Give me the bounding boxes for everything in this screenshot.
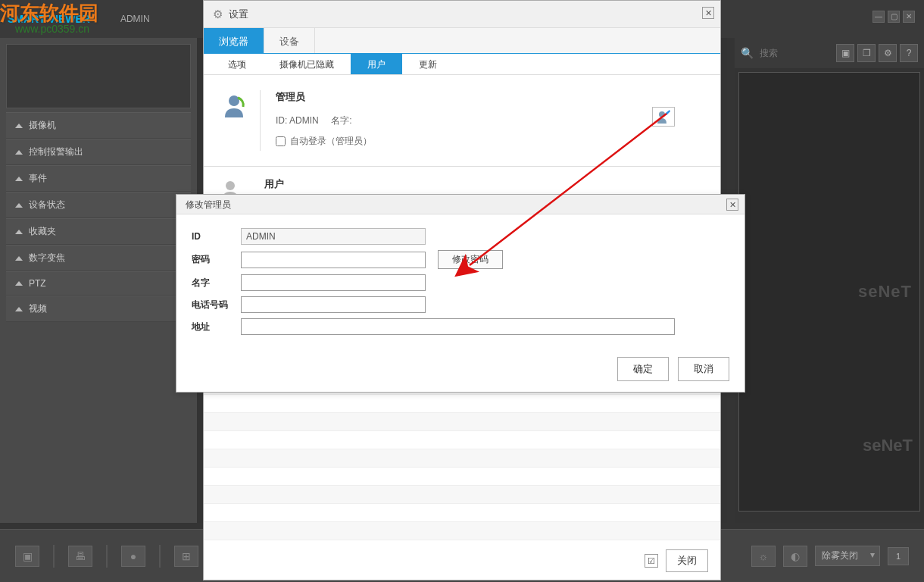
subtab-options[interactable]: 选项 [211, 54, 263, 74]
change-password-button[interactable]: 修改密码 [438, 250, 503, 269]
auto-login-input[interactable] [276, 136, 286, 146]
triangle-icon [15, 150, 23, 155]
admin-title: 管理员 [276, 90, 705, 104]
brand-text-2: seNeT [863, 436, 913, 455]
modify-titlebar: 修改管理员 ✕ [176, 195, 745, 214]
search-icon[interactable]: 🔍 [741, 47, 754, 59]
cancel-button[interactable]: 取消 [678, 357, 729, 381]
triangle-icon [15, 307, 23, 311]
table-row [204, 449, 720, 468]
help-icon[interactable]: ? [900, 44, 918, 62]
settings-titlebar: ⚙ 设置 ✕ [204, 1, 720, 28]
record-icon[interactable]: ● [121, 546, 145, 567]
triangle-icon [15, 177, 23, 181]
close-icon[interactable]: ✕ [903, 11, 915, 23]
triangle-icon [15, 281, 23, 286]
subtab-update[interactable]: 更新 [402, 54, 454, 74]
modify-admin-dialog: 修改管理员 ✕ ID 密码 修改密码 名字 电话号码 地址 确定 取消 [176, 194, 745, 393]
copy-icon[interactable]: ❐ [857, 44, 876, 62]
edit-admin-button[interactable] [652, 107, 675, 127]
brand-text: seNeT [858, 282, 919, 302]
password-label: 密码 [192, 253, 241, 266]
table-row [204, 486, 720, 504]
sidebar-item-label: PTZ [29, 278, 46, 289]
watermark-text: 河东软件园 [0, 0, 98, 27]
apply-checkbox-icon[interactable]: ☑ [645, 554, 658, 568]
right-panel: 🔍 ▣ ❐ ⚙ ? seNeT seNeT [735, 38, 924, 523]
sidebar-item-zoom[interactable]: 数字变焦 [6, 245, 191, 271]
sidebar-item-label: 控制报警输出 [29, 146, 83, 158]
table-row [204, 413, 720, 431]
auto-login-checkbox[interactable]: 自动登录（管理员） [276, 135, 705, 148]
subtab-user[interactable]: 用户 [351, 54, 402, 74]
defog-dropdown[interactable]: 除雾关闭 [815, 546, 880, 566]
sidebar-item-alarm[interactable]: 控制报警输出 [6, 139, 191, 165]
svg-point-2 [226, 181, 235, 190]
tab-browser[interactable]: 浏览器 [204, 28, 264, 53]
current-user: ADMIN [120, 14, 150, 24]
settings-gear-icon[interactable]: ⚙ [879, 44, 897, 62]
sidebar-item-label: 摄像机 [29, 119, 56, 132]
brightness-icon[interactable]: ☼ [751, 546, 776, 567]
main-tabs: 浏览器 设备 [204, 28, 720, 54]
multi-icon[interactable]: ⊞ [174, 546, 198, 567]
page-number: 1 [888, 547, 909, 565]
tab-device[interactable]: 设备 [264, 28, 315, 53]
triangle-icon [15, 230, 23, 234]
sidebar-item-label: 事件 [29, 172, 47, 185]
search-input[interactable] [760, 48, 805, 58]
ok-button[interactable]: 确定 [617, 357, 669, 381]
name-label: 名字 [192, 277, 241, 289]
window-controls: — ▢ ✕ [872, 11, 915, 23]
sub-tabs: 选项 摄像机已隐藏 用户 更新 [204, 54, 720, 75]
sidebar-item-label: 收藏夹 [29, 225, 56, 238]
modify-title-text: 修改管理员 [186, 199, 231, 210]
layout-icon[interactable]: ▣ [836, 44, 854, 62]
name-field[interactable] [241, 274, 426, 291]
close-icon[interactable]: ✕ [702, 7, 714, 19]
sidebar-item-video[interactable]: 视频 [6, 296, 191, 322]
subtab-hidden-camera[interactable]: 摄像机已隐藏 [263, 54, 351, 74]
admin-section: 管理员 ID: ADMIN 名字: 自动登录（管理员） [204, 75, 720, 167]
id-label: ID [192, 231, 241, 242]
sidebar-item-camera[interactable]: 摄像机 [6, 112, 191, 139]
close-button[interactable]: 关闭 [666, 549, 708, 572]
sidebar-item-ptz[interactable]: PTZ [6, 271, 191, 296]
sidebar-item-label: 设备状态 [29, 199, 65, 211]
table-row [204, 395, 720, 413]
address-field[interactable] [241, 318, 675, 335]
svg-point-0 [229, 95, 239, 106]
print-icon[interactable]: 🖶 [68, 546, 92, 567]
right-topbar: 🔍 ▣ ❐ ⚙ ? [735, 38, 924, 68]
user-title: 用户 [264, 177, 284, 191]
password-field[interactable] [241, 252, 426, 268]
phone-label: 电话号码 [192, 299, 241, 311]
sidebar-top-panel [6, 44, 191, 108]
sidebar-item-label: 数字变焦 [29, 252, 65, 264]
table-row [204, 522, 720, 540]
triangle-icon [15, 256, 23, 261]
admin-icon [219, 90, 249, 120]
phone-field[interactable] [241, 296, 426, 313]
settings-bottom-actions: ☑ 关闭 [645, 549, 708, 572]
settings-title: 设置 [229, 8, 248, 21]
modify-actions: 确定 取消 [617, 357, 729, 381]
sidebar-item-favorites[interactable]: 收藏夹 [6, 218, 191, 245]
id-field [241, 228, 426, 245]
sidebar-item-status[interactable]: 设备状态 [6, 192, 191, 218]
left-sidebar: 摄像机 控制报警输出 事件 设备状态 收藏夹 数字变焦 PTZ 视频 [0, 38, 197, 523]
camera-capture-icon[interactable]: ▣ [15, 546, 39, 567]
gear-icon: ⚙ [213, 8, 223, 21]
contrast-icon[interactable]: ◐ [783, 546, 807, 567]
table-row [204, 431, 720, 449]
svg-point-1 [659, 111, 665, 117]
table-row [204, 504, 720, 522]
sidebar-list: 摄像机 控制报警输出 事件 设备状态 收藏夹 数字变焦 PTZ 视频 [6, 112, 191, 322]
table-row [204, 468, 720, 486]
triangle-icon [15, 203, 23, 208]
close-icon[interactable]: ✕ [726, 199, 738, 211]
address-label: 地址 [192, 321, 241, 333]
minimize-icon[interactable]: — [872, 11, 885, 23]
maximize-icon[interactable]: ▢ [888, 11, 900, 23]
sidebar-item-event[interactable]: 事件 [6, 165, 191, 192]
